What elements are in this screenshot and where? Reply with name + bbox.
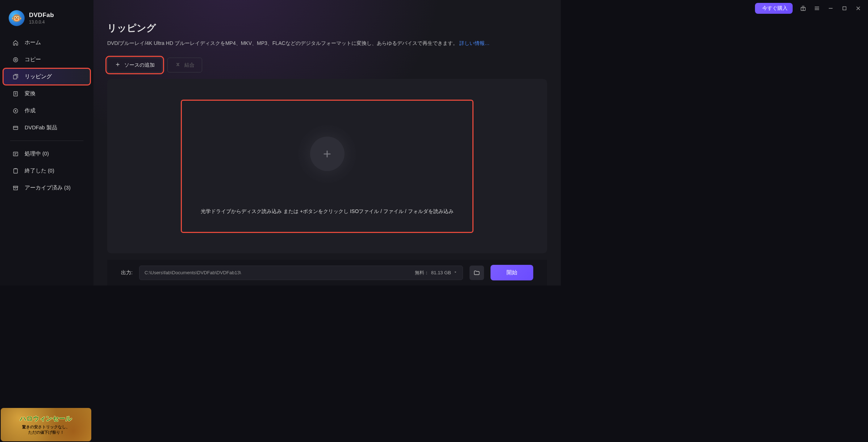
footer-bar: 出力: C:\Users\fab\Documents\DVDFab\DVDFab… xyxy=(107,260,547,285)
output-path-text: C:\Users\fab\Documents\DVDFab\DVDFab13\ xyxy=(145,270,241,275)
svg-point-9 xyxy=(15,110,16,111)
sidebar-item-finished[interactable]: 終了した (0) xyxy=(3,162,91,179)
app-name: DVDFab xyxy=(29,12,54,19)
ripping-icon xyxy=(12,74,19,80)
add-source-button[interactable]: ソースの追加 xyxy=(107,58,162,72)
copy-icon xyxy=(12,57,19,63)
sidebar-item-home[interactable]: ホーム xyxy=(3,34,91,51)
browse-folder-button[interactable] xyxy=(470,266,484,280)
sidebar-item-label: ホーム xyxy=(25,39,41,46)
svg-rect-10 xyxy=(13,126,18,129)
svg-rect-7 xyxy=(14,92,18,96)
sidebar-item-products[interactable]: DVDFab 製品 xyxy=(3,119,91,136)
main-content: リッピング DVD/ブルーレイ/4K Ultra HD ブルーレイディスクをMP… xyxy=(93,0,561,285)
chevron-down-icon[interactable] xyxy=(453,270,458,275)
output-label: 出力: xyxy=(121,270,133,276)
output-path-field[interactable]: C:\Users\fab\Documents\DVDFab\DVDFab13\ … xyxy=(139,266,463,280)
convert-icon xyxy=(12,91,19,97)
sidebar: 🐵 DVDFab 13.0.0.4 ホーム コピー xyxy=(0,0,93,285)
products-icon xyxy=(12,125,19,131)
home-icon xyxy=(12,39,19,46)
sidebar-divider xyxy=(10,141,83,141)
add-file-button[interactable] xyxy=(310,137,345,171)
more-info-link[interactable]: 詳しい情報… xyxy=(459,40,490,46)
page-title: リッピング xyxy=(107,22,547,34)
sidebar-item-label: リッピング xyxy=(25,73,52,80)
sidebar-item-convert[interactable]: 変換 xyxy=(3,85,91,102)
archive-icon xyxy=(12,185,19,191)
sidebar-item-label: 作成 xyxy=(25,107,36,114)
logo-area: 🐵 DVDFab 13.0.0.4 xyxy=(0,7,93,34)
svg-rect-14 xyxy=(14,187,18,190)
sidebar-item-label: コピー xyxy=(25,56,41,63)
merge-button[interactable]: 結合 xyxy=(167,58,202,72)
svg-point-8 xyxy=(13,109,18,113)
sidebar-item-processing[interactable]: 処理中 (0) xyxy=(3,145,91,162)
app-version: 13.0.0.4 xyxy=(29,20,54,25)
sidebar-item-label: DVDFab 製品 xyxy=(25,124,57,131)
svg-point-4 xyxy=(13,58,18,62)
svg-rect-6 xyxy=(13,75,17,79)
svg-point-5 xyxy=(15,59,17,61)
add-file-ring xyxy=(291,118,363,190)
add-source-label: ソースの追加 xyxy=(124,62,155,68)
app-logo-icon: 🐵 xyxy=(9,10,25,26)
drop-zone-wrapper: 光学ドライブからディスク読み込み または +ボタンをクリックし ISOファイル … xyxy=(107,79,547,253)
free-space: 無料： 81.13 GB xyxy=(415,270,458,276)
create-icon xyxy=(12,108,19,114)
sidebar-item-archived[interactable]: アーカイブ済み (3) xyxy=(3,179,91,196)
sidebar-item-label: 変換 xyxy=(25,90,36,97)
merge-icon xyxy=(175,62,181,68)
page-description: DVD/ブルーレイ/4K Ultra HD ブルーレイディスクをMP4、MKV、… xyxy=(107,40,547,47)
svg-rect-12 xyxy=(14,169,18,173)
finished-icon xyxy=(12,168,19,174)
merge-label: 結合 xyxy=(184,62,195,68)
sidebar-item-ripping[interactable]: リッピング xyxy=(3,68,91,85)
sidebar-item-label: 処理中 (0) xyxy=(25,150,49,157)
start-button[interactable]: 開始 xyxy=(491,265,533,280)
plus-icon xyxy=(115,62,121,68)
sidebar-item-copy[interactable]: コピー xyxy=(3,51,91,68)
drop-zone[interactable]: 光学ドライブからディスク読み込み または +ボタンをクリックし ISOファイル … xyxy=(182,101,472,232)
sidebar-item-label: 終了した (0) xyxy=(25,167,54,174)
drop-instructions: 光学ドライブからディスク読み込み または +ボタンをクリックし ISOファイル … xyxy=(201,208,453,215)
sidebar-item-create[interactable]: 作成 xyxy=(3,102,91,119)
sidebar-item-label: アーカイブ済み (3) xyxy=(25,184,71,191)
svg-rect-11 xyxy=(13,152,18,156)
processing-icon xyxy=(12,151,19,157)
